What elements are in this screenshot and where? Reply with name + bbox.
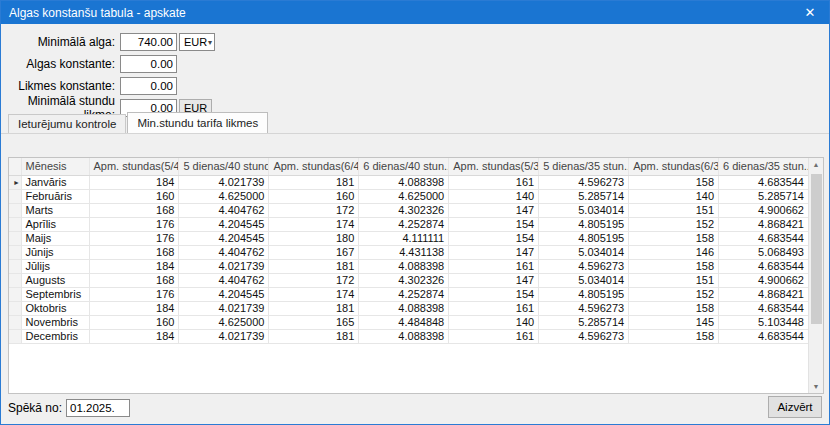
value-cell[interactable]: 172: [269, 273, 359, 287]
month-cell[interactable]: Marts: [21, 203, 89, 217]
value-cell[interactable]: 4.596273: [539, 259, 629, 273]
value-cell[interactable]: 4.625000: [359, 189, 449, 203]
table-row[interactable]: Septembris1764.2045451744.2528741544.805…: [9, 287, 809, 301]
value-cell[interactable]: 161: [449, 175, 539, 189]
value-cell[interactable]: 4.868421: [719, 287, 809, 301]
month-cell[interactable]: Maijs: [21, 231, 89, 245]
value-cell[interactable]: 4.404762: [179, 203, 269, 217]
tab-ieturejumu-kontrole[interactable]: Ieturējumu kontrole: [8, 114, 126, 133]
month-cell[interactable]: Janvāris: [21, 175, 89, 189]
col-header-apm-stundas-6-35[interactable]: Apm. stundas(6/35): [629, 158, 719, 175]
value-cell[interactable]: 4.204545: [179, 231, 269, 245]
col-header-5-dienas-40[interactable]: 5 dienas/40 stund...: [179, 158, 269, 175]
value-cell[interactable]: 168: [89, 273, 179, 287]
value-cell[interactable]: 5.034014: [539, 273, 629, 287]
value-cell[interactable]: 147: [449, 203, 539, 217]
value-cell[interactable]: 4.021739: [179, 175, 269, 189]
algas-konstante-input[interactable]: [120, 55, 177, 73]
value-cell[interactable]: 147: [449, 273, 539, 287]
value-cell[interactable]: 184: [89, 301, 179, 315]
value-cell[interactable]: 174: [269, 217, 359, 231]
value-cell[interactable]: 4.683544: [719, 259, 809, 273]
month-cell[interactable]: Augusts: [21, 273, 89, 287]
value-cell[interactable]: 4.302326: [359, 203, 449, 217]
col-header-menesis[interactable]: Mēnesis: [21, 158, 89, 175]
value-cell[interactable]: 161: [449, 259, 539, 273]
month-cell[interactable]: Februāris: [21, 189, 89, 203]
value-cell[interactable]: 4.302326: [359, 273, 449, 287]
value-cell[interactable]: 158: [629, 231, 719, 245]
table-row[interactable]: Oktobris1844.0217391814.0883981614.59627…: [9, 301, 809, 315]
month-cell[interactable]: Aprīlis: [21, 217, 89, 231]
month-cell[interactable]: Decembris: [21, 329, 89, 343]
value-cell[interactable]: 181: [269, 301, 359, 315]
table-row[interactable]: Novembris1604.6250001654.4848481405.2857…: [9, 315, 809, 329]
table-row[interactable]: Augusts1684.4047621724.3023261475.034014…: [9, 273, 809, 287]
value-cell[interactable]: 180: [269, 231, 359, 245]
value-cell[interactable]: 5.103448: [719, 315, 809, 329]
col-header-5-dienas-35[interactable]: 5 dienas/35 stun...: [539, 158, 629, 175]
month-cell[interactable]: Novembris: [21, 315, 89, 329]
value-cell[interactable]: 161: [449, 301, 539, 315]
value-cell[interactable]: 184: [89, 259, 179, 273]
month-cell[interactable]: Septembris: [21, 287, 89, 301]
scroll-down-icon[interactable]: ▼: [813, 383, 820, 390]
value-cell[interactable]: 5.034014: [539, 203, 629, 217]
value-cell[interactable]: 160: [269, 189, 359, 203]
value-cell[interactable]: 184: [89, 329, 179, 343]
value-cell[interactable]: 158: [629, 259, 719, 273]
month-cell[interactable]: Jūlijs: [21, 259, 89, 273]
aizvert-button[interactable]: Aizvērt: [768, 396, 822, 418]
value-cell[interactable]: 4.596273: [539, 175, 629, 189]
value-cell[interactable]: 172: [269, 203, 359, 217]
value-cell[interactable]: 154: [449, 231, 539, 245]
value-cell[interactable]: 154: [449, 217, 539, 231]
value-cell[interactable]: 4.683544: [719, 175, 809, 189]
value-cell[interactable]: 4.484848: [359, 315, 449, 329]
value-cell[interactable]: 5.285714: [539, 315, 629, 329]
value-cell[interactable]: 4.596273: [539, 329, 629, 343]
value-cell[interactable]: 4.204545: [179, 287, 269, 301]
value-cell[interactable]: 4.805195: [539, 217, 629, 231]
col-header-apm-stundas-5-40[interactable]: Apm. stundas(5/40): [89, 158, 179, 175]
value-cell[interactable]: 158: [629, 329, 719, 343]
value-cell[interactable]: 4.252874: [359, 217, 449, 231]
value-cell[interactable]: 158: [629, 175, 719, 189]
value-cell[interactable]: 152: [629, 217, 719, 231]
value-cell[interactable]: 176: [89, 217, 179, 231]
table-row[interactable]: Maijs1764.2045451804.1111111544.80519515…: [9, 231, 809, 245]
value-cell[interactable]: 146: [629, 245, 719, 259]
minimala-alga-input[interactable]: [120, 33, 177, 51]
value-cell[interactable]: 167: [269, 245, 359, 259]
likmes-konstante-input[interactable]: [120, 77, 177, 95]
value-cell[interactable]: 4.021739: [179, 259, 269, 273]
month-cell[interactable]: Jūnijs: [21, 245, 89, 259]
value-cell[interactable]: 140: [629, 189, 719, 203]
value-cell[interactable]: 181: [269, 175, 359, 189]
value-cell[interactable]: 4.868421: [719, 217, 809, 231]
close-icon[interactable]: ✕: [791, 1, 829, 24]
value-cell[interactable]: 4.805195: [539, 287, 629, 301]
value-cell[interactable]: 168: [89, 203, 179, 217]
col-header-6-dienas-35[interactable]: 6 dienas/35 stun...: [719, 158, 809, 175]
value-cell[interactable]: 165: [269, 315, 359, 329]
table-row[interactable]: Aprīlis1764.2045451744.2528741544.805195…: [9, 217, 809, 231]
value-cell[interactable]: 4.404762: [179, 273, 269, 287]
value-cell[interactable]: 4.805195: [539, 231, 629, 245]
value-cell[interactable]: 184: [89, 175, 179, 189]
table-row[interactable]: Februāris1604.6250001604.6250001405.2857…: [9, 189, 809, 203]
value-cell[interactable]: 4.088398: [359, 329, 449, 343]
value-cell[interactable]: 158: [629, 301, 719, 315]
value-cell[interactable]: 181: [269, 259, 359, 273]
value-cell[interactable]: 145: [629, 315, 719, 329]
value-cell[interactable]: 147: [449, 245, 539, 259]
col-header-6-dienas-40[interactable]: 6 dienas/40 stun...: [359, 158, 449, 175]
value-cell[interactable]: 4.252874: [359, 287, 449, 301]
value-cell[interactable]: 152: [629, 287, 719, 301]
scroll-up-icon[interactable]: ▲: [813, 161, 820, 168]
value-cell[interactable]: 151: [629, 273, 719, 287]
value-cell[interactable]: 4.021739: [179, 301, 269, 315]
value-cell[interactable]: 176: [89, 287, 179, 301]
value-cell[interactable]: 4.625000: [179, 189, 269, 203]
value-cell[interactable]: 140: [449, 189, 539, 203]
